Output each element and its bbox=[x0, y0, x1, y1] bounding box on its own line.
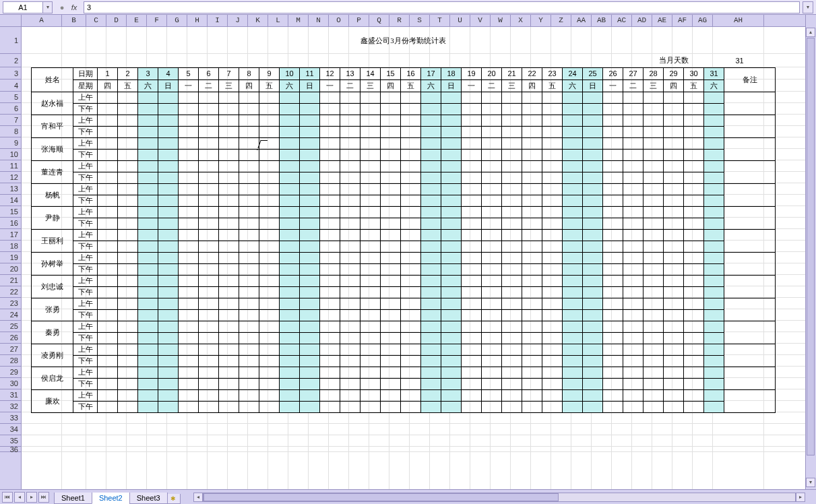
attendance-cell[interactable] bbox=[462, 172, 482, 183]
attendance-cell[interactable] bbox=[239, 332, 259, 344]
attendance-cell[interactable] bbox=[421, 92, 441, 103]
attendance-cell[interactable] bbox=[482, 286, 502, 298]
attendance-cell[interactable] bbox=[482, 321, 502, 332]
attendance-cell[interactable] bbox=[603, 401, 623, 412]
attendance-cell[interactable] bbox=[259, 263, 280, 275]
attendance-cell[interactable] bbox=[239, 389, 259, 401]
attendance-cell[interactable] bbox=[623, 241, 644, 252]
attendance-cell[interactable] bbox=[563, 332, 583, 344]
attendance-cell[interactable] bbox=[239, 126, 259, 137]
attendance-cell[interactable] bbox=[259, 389, 280, 401]
attendance-cell[interactable] bbox=[219, 286, 239, 298]
attendance-cell[interactable] bbox=[482, 229, 502, 241]
attendance-cell[interactable] bbox=[138, 263, 158, 275]
attendance-cell[interactable] bbox=[704, 298, 724, 309]
attendance-cell[interactable] bbox=[684, 263, 704, 275]
attendance-cell[interactable] bbox=[280, 332, 300, 344]
attendance-cell[interactable] bbox=[583, 355, 603, 367]
attendance-cell[interactable] bbox=[583, 252, 603, 263]
attendance-cell[interactable] bbox=[583, 229, 603, 241]
attendance-cell[interactable] bbox=[179, 183, 199, 195]
attendance-cell[interactable] bbox=[259, 103, 280, 115]
attendance-cell[interactable] bbox=[118, 355, 138, 367]
attendance-cell[interactable] bbox=[280, 389, 300, 401]
attendance-cell[interactable] bbox=[98, 367, 118, 378]
attendance-cell[interactable] bbox=[219, 206, 239, 218]
attendance-cell[interactable] bbox=[502, 321, 522, 332]
attendance-cell[interactable] bbox=[704, 378, 724, 389]
attendance-cell[interactable] bbox=[381, 401, 401, 412]
col-header-AD[interactable]: AD bbox=[632, 15, 652, 26]
attendance-cell[interactable] bbox=[300, 103, 320, 115]
attendance-cell[interactable] bbox=[522, 275, 542, 286]
attendance-cell[interactable] bbox=[199, 241, 219, 252]
attendance-cell[interactable] bbox=[462, 355, 482, 367]
attendance-cell[interactable] bbox=[219, 229, 239, 241]
attendance-cell[interactable] bbox=[482, 332, 502, 344]
attendance-cell[interactable] bbox=[98, 172, 118, 183]
attendance-cell[interactable] bbox=[583, 137, 603, 149]
attendance-cell[interactable] bbox=[340, 286, 360, 298]
attendance-cell[interactable] bbox=[522, 206, 542, 218]
attendance-cell[interactable] bbox=[583, 115, 603, 126]
attendance-cell[interactable] bbox=[623, 355, 644, 367]
attendance-cell[interactable] bbox=[179, 309, 199, 321]
attendance-cell[interactable] bbox=[583, 103, 603, 115]
attendance-cell[interactable] bbox=[441, 298, 462, 309]
attendance-cell[interactable] bbox=[360, 115, 381, 126]
attendance-cell[interactable] bbox=[340, 298, 360, 309]
attendance-cell[interactable] bbox=[502, 218, 522, 229]
attendance-cell[interactable] bbox=[259, 332, 280, 344]
attendance-cell[interactable] bbox=[482, 183, 502, 195]
attendance-cell[interactable] bbox=[138, 126, 158, 137]
attendance-cell[interactable] bbox=[340, 229, 360, 241]
attendance-cell[interactable] bbox=[239, 321, 259, 332]
attendance-cell[interactable] bbox=[98, 160, 118, 172]
attendance-cell[interactable] bbox=[118, 298, 138, 309]
attendance-cell[interactable] bbox=[563, 103, 583, 115]
attendance-cell[interactable] bbox=[441, 206, 462, 218]
attendance-cell[interactable] bbox=[138, 275, 158, 286]
attendance-cell[interactable] bbox=[664, 195, 684, 206]
attendance-cell[interactable] bbox=[219, 172, 239, 183]
col-header-AG[interactable]: AG bbox=[693, 15, 713, 26]
attendance-cell[interactable] bbox=[623, 160, 644, 172]
attendance-cell[interactable] bbox=[360, 183, 381, 195]
attendance-cell[interactable] bbox=[583, 126, 603, 137]
attendance-cell[interactable] bbox=[502, 160, 522, 172]
col-header-Z[interactable]: Z bbox=[551, 15, 571, 26]
sheet-nav-prev-icon[interactable]: ◂ bbox=[14, 492, 25, 503]
attendance-cell[interactable] bbox=[522, 137, 542, 149]
attendance-cell[interactable] bbox=[542, 286, 563, 298]
attendance-cell[interactable] bbox=[644, 229, 664, 241]
row-header-20[interactable]: 20 bbox=[0, 263, 21, 275]
attendance-cell[interactable] bbox=[118, 183, 138, 195]
attendance-cell[interactable] bbox=[502, 252, 522, 263]
attendance-cell[interactable] bbox=[563, 229, 583, 241]
row-header-5[interactable]: 5 bbox=[0, 92, 21, 103]
attendance-cell[interactable] bbox=[421, 172, 441, 183]
attendance-cell[interactable] bbox=[360, 195, 381, 206]
attendance-cell[interactable] bbox=[179, 149, 199, 160]
attendance-cell[interactable] bbox=[340, 149, 360, 160]
attendance-cell[interactable] bbox=[603, 321, 623, 332]
attendance-cell[interactable] bbox=[280, 103, 300, 115]
attendance-cell[interactable] bbox=[664, 206, 684, 218]
attendance-cell[interactable] bbox=[421, 309, 441, 321]
attendance-cell[interactable] bbox=[522, 367, 542, 378]
attendance-cell[interactable] bbox=[219, 401, 239, 412]
attendance-cell[interactable] bbox=[179, 286, 199, 298]
scroll-left-icon[interactable]: ◂ bbox=[193, 493, 203, 502]
attendance-cell[interactable] bbox=[563, 252, 583, 263]
row-header-15[interactable]: 15 bbox=[0, 206, 21, 218]
attendance-cell[interactable] bbox=[300, 252, 320, 263]
attendance-cell[interactable] bbox=[644, 298, 664, 309]
attendance-cell[interactable] bbox=[360, 172, 381, 183]
attendance-cell[interactable] bbox=[462, 206, 482, 218]
attendance-cell[interactable] bbox=[644, 172, 664, 183]
attendance-cell[interactable] bbox=[462, 344, 482, 355]
attendance-cell[interactable] bbox=[623, 263, 644, 275]
attendance-cell[interactable] bbox=[462, 149, 482, 160]
attendance-cell[interactable] bbox=[300, 137, 320, 149]
attendance-cell[interactable] bbox=[98, 321, 118, 332]
